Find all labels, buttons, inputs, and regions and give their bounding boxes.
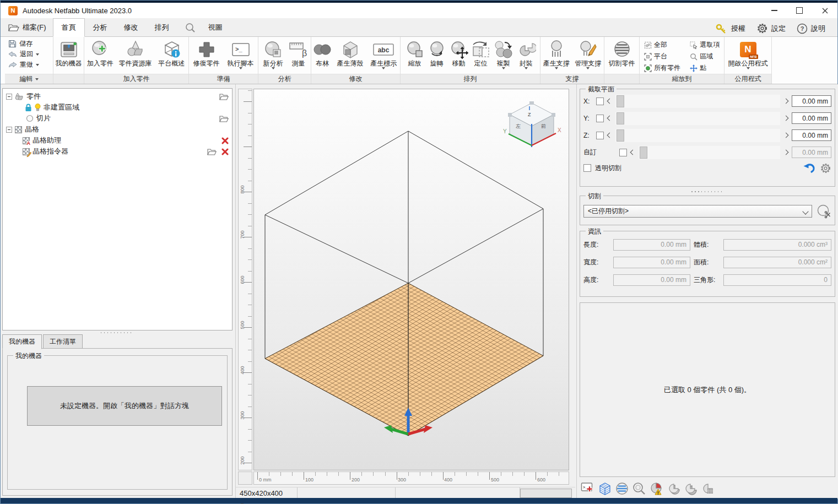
clip-custom-decrease-icon[interactable]	[630, 150, 636, 155]
manage-support-button[interactable]: 管理支撐	[572, 38, 604, 69]
pack-button[interactable]: 封裝	[515, 38, 537, 69]
tree-item-lattice-commander[interactable]: 晶格指令器	[3, 146, 232, 157]
scene-3d[interactable]: Z 左 前 Y X	[253, 89, 569, 470]
reset-clipping-icon[interactable]	[803, 162, 816, 174]
cut-mode-dropdown[interactable]: <已停用切割>	[583, 205, 812, 218]
add-part-button[interactable]: 加入零件	[84, 38, 116, 67]
tab-modify[interactable]: 修改	[116, 19, 147, 36]
create-label-dropdown-icon[interactable]	[382, 67, 385, 69]
zoom-all-button[interactable]: 全部	[644, 40, 688, 50]
cut-part-button[interactable]: 切割零件	[605, 38, 639, 67]
clip-custom-increase-icon[interactable]	[783, 150, 789, 155]
tab-worklist[interactable]: 工作清單	[43, 334, 83, 349]
new-script-button[interactable]: >_	[580, 481, 596, 496]
new-analysis-button[interactable]: 新分析	[259, 38, 287, 69]
splitter-handle[interactable]	[691, 191, 722, 193]
license-button[interactable]: 授權	[711, 21, 750, 36]
tree-item-lattice-assistant[interactable]: A 晶格助理	[3, 135, 232, 146]
tree-item-parts[interactable]: 零件	[3, 91, 232, 102]
rotate-button[interactable]: 旋轉	[426, 38, 448, 67]
navcube-label-left[interactable]: 左	[516, 123, 521, 129]
pack-dropdown-icon[interactable]	[525, 67, 528, 69]
settings-button[interactable]: 設定	[752, 20, 790, 36]
navcube-label-front[interactable]: 前	[541, 123, 546, 129]
tree-item-no-build-zone[interactable]: 非建置區域	[3, 102, 232, 113]
collapse-icon[interactable]	[6, 127, 12, 133]
close-button[interactable]	[812, 3, 837, 18]
titlebar[interactable]: N Autodesk Netfabb Ultimate 2023.0	[1, 3, 837, 18]
create-support-dropdown-icon[interactable]	[555, 67, 558, 69]
measure-button[interactable]: β 測量	[287, 38, 310, 67]
save-button[interactable]: 儲存	[8, 39, 33, 49]
platform-overview-button[interactable]: 平台概述	[154, 38, 188, 67]
repair-part-button[interactable]: 修復零件	[190, 38, 224, 67]
boolean-button[interactable]: 布林	[311, 38, 333, 67]
run-script-button[interactable]: >_ 執行腳本	[224, 38, 258, 69]
slices-view-button[interactable]	[614, 481, 630, 496]
help-button[interactable]: ? 說明	[792, 21, 830, 36]
clip-custom-checkbox[interactable]	[619, 149, 627, 156]
open-utility-button[interactable]: NNFB 開啟公用程式	[726, 38, 771, 69]
cut-scissors-icon[interactable]	[817, 204, 831, 219]
bulb-icon[interactable]	[35, 104, 41, 112]
magnify-button[interactable]	[631, 481, 647, 496]
delete-icon[interactable]	[221, 137, 229, 144]
clip-custom-slider-thumb[interactable]	[640, 147, 647, 159]
clip-x-slider-thumb[interactable]	[617, 95, 624, 107]
minimize-button[interactable]	[761, 3, 787, 18]
search-button[interactable]	[177, 20, 200, 36]
ribbon-caption-edit[interactable]: 編輯	[5, 74, 53, 84]
move-button[interactable]: 移動	[448, 38, 470, 67]
part-library-button[interactable]: 零件資源庫	[116, 38, 155, 67]
clip-z-slider-thumb[interactable]	[617, 129, 624, 142]
pack-view-button[interactable]	[666, 481, 681, 496]
clip-x-value[interactable]: 0.00 mm	[792, 95, 831, 107]
undo-button[interactable]: 退回	[8, 49, 39, 59]
manage-support-dropdown-icon[interactable]	[586, 67, 590, 69]
create-support-button[interactable]: 產生支撐	[540, 38, 572, 69]
clip-x-slider[interactable]	[615, 95, 780, 108]
clip-z-increase-icon[interactable]	[783, 133, 789, 138]
clip-y-slider[interactable]	[615, 112, 780, 125]
open-folder-icon[interactable]	[219, 93, 229, 100]
zoom-platform-button[interactable]: 平台	[644, 51, 688, 62]
clip-z-decrease-icon[interactable]	[607, 133, 613, 138]
clip-custom-slider[interactable]	[639, 146, 780, 159]
create-shell-button[interactable]: 產生薄殼	[333, 38, 367, 67]
clip-y-checkbox[interactable]	[596, 115, 604, 122]
redo-dropdown-icon[interactable]	[36, 64, 39, 66]
clip-y-decrease-icon[interactable]	[607, 116, 613, 121]
repair-warning-button[interactable]	[648, 481, 664, 496]
clip-y-slider-thumb[interactable]	[617, 112, 624, 124]
clipping-settings-gear-icon[interactable]	[820, 162, 831, 174]
open-utility-dropdown-icon[interactable]	[747, 67, 750, 69]
splitter-handle[interactable]	[101, 332, 132, 334]
tab-analysis[interactable]: 分析	[85, 19, 116, 36]
tab-my-machine[interactable]: 我的機器	[2, 334, 42, 349]
clip-z-value[interactable]: 0.00 mm	[792, 129, 831, 141]
position-button[interactable]: 定位	[470, 38, 492, 67]
run-script-dropdown-icon[interactable]	[239, 67, 242, 69]
open-folder-icon[interactable]	[207, 148, 217, 155]
duplicate-dropdown-icon[interactable]	[502, 67, 505, 69]
zoom-all-parts-button[interactable]: 所有零件	[644, 63, 688, 73]
clip-x-checkbox[interactable]	[596, 97, 604, 105]
no-machine-button[interactable]: 未設定機器。開啟「我的機器」對話方塊	[27, 386, 222, 426]
duplicate-button[interactable]: 複製	[492, 38, 515, 69]
lattice-view-button[interactable]	[597, 481, 613, 496]
redo-button[interactable]: 重做	[8, 59, 39, 70]
clip-x-increase-icon[interactable]	[783, 99, 789, 104]
maximize-button[interactable]	[787, 3, 812, 18]
undo-dropdown-icon[interactable]	[36, 53, 39, 56]
file-menu-button[interactable]: 檔案(F)	[1, 19, 53, 36]
delete-icon[interactable]	[221, 148, 229, 155]
zoom-point-button[interactable]: 點	[690, 63, 724, 73]
tree-item-slices[interactable]: 切片	[3, 113, 232, 124]
zoom-region-button[interactable]: 區域	[690, 51, 724, 62]
zoom-selection-button[interactable]: 選取項	[690, 40, 724, 50]
pack-3d-button[interactable]	[683, 481, 698, 496]
collapse-icon[interactable]	[6, 94, 12, 100]
scale-button[interactable]: 縮放	[404, 38, 426, 67]
clip-z-slider[interactable]	[615, 129, 780, 142]
new-analysis-dropdown-icon[interactable]	[272, 67, 275, 69]
